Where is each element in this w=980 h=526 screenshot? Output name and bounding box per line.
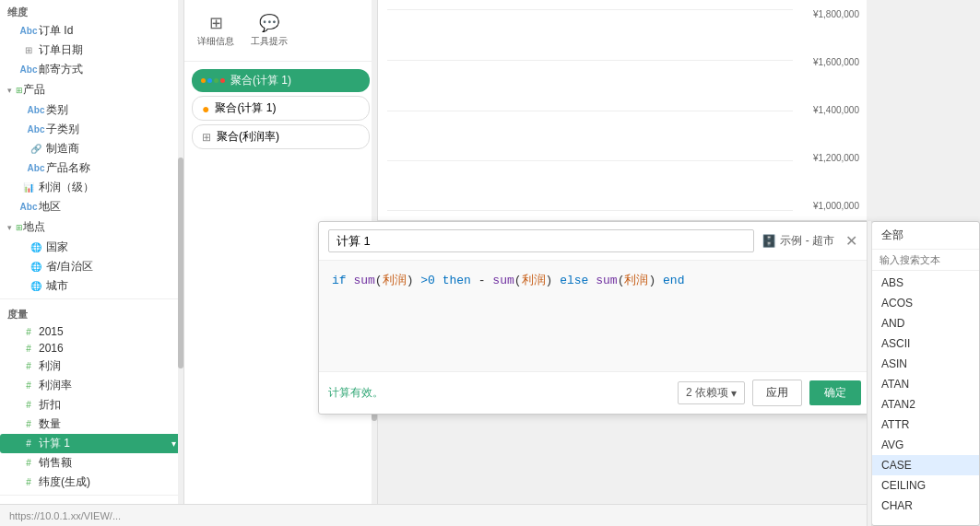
calc-formula-body[interactable]: if sum(利润) >0 then - sum(利润) else sum(利润… [319, 261, 870, 371]
calc-footer: 计算有效。 2 依赖项 ▾ 应用 确定 [319, 371, 870, 414]
sidebar-item-orderid[interactable]: Abc 订单 Id [0, 21, 183, 41]
sidebar-item-latitude[interactable]: # 纬度(生成) [0, 473, 183, 492]
func-atan[interactable]: ATAN [872, 374, 979, 394]
func-ascii[interactable]: ASCII [872, 333, 979, 354]
keyword-then: then [443, 274, 471, 287]
func-atan2[interactable]: ATAN2 [872, 394, 979, 415]
sidebar-item-city[interactable]: 🌐 城市 [0, 276, 183, 296]
pill-calc1-color[interactable]: 聚合(计算 1) [192, 69, 370, 92]
keyword-else: else [560, 274, 588, 287]
y-label-1400: ¥1,400,000 [813, 105, 859, 115]
tooltip-button[interactable]: 💬 工具提示 [247, 9, 291, 52]
dimensions-header: 维度 [0, 0, 183, 21]
func-panel: 全部 ABS ACOS AND ASCII ASIN ATAN ATAN2 AT… [871, 221, 980, 526]
item-label: 制造商 [46, 141, 79, 157]
sidebar-item-2015[interactable]: # 2015 [0, 323, 183, 340]
func-and[interactable]: AND [872, 313, 979, 333]
globe-icon: 🌐 [30, 241, 42, 254]
sidebar-item-calc1[interactable]: # 计算 1 ▾ [0, 434, 183, 453]
group-location[interactable]: ▾ ⊞ 地点 [0, 216, 183, 238]
group-label: 地点 [23, 219, 45, 235]
sidebar-item-sales[interactable]: # 销售额 [0, 453, 183, 473]
func-acos[interactable]: ACOS [872, 293, 979, 313]
sidebar-item-profit[interactable]: # 利润 [0, 357, 183, 376]
dep-button[interactable]: 2 依赖项 ▾ [678, 381, 745, 404]
func-char[interactable]: CHAR [872, 496, 979, 516]
func-sum3: sum [596, 274, 617, 287]
item-label: 2015 [39, 325, 64, 338]
sidebar-item-2016[interactable]: # 2016 [0, 340, 183, 357]
func-list: ABS ACOS AND ASCII ASIN ATAN ATAN2 ATTR … [872, 271, 979, 525]
globe-icon: 🌐 [30, 261, 42, 274]
detail-icon: ⊞ [209, 13, 223, 33]
func-avg[interactable]: AVG [872, 435, 979, 455]
sidebar-item-shipmode[interactable]: Abc 邮寄方式 [0, 60, 183, 79]
item-label: 2016 [39, 342, 64, 355]
sidebar-item-subcategory[interactable]: Abc 子类别 [0, 120, 183, 139]
hash-icon: # [22, 360, 35, 373]
sidebar-item-manufacturer[interactable]: 🔗 制造商 [0, 139, 183, 158]
func-attr[interactable]: ATTR [872, 415, 979, 435]
hash-icon: # [22, 438, 35, 450]
abc-icon: Abc [22, 201, 35, 214]
sidebar-item-region[interactable]: Abc 地区 [0, 197, 183, 216]
item-label: 利润（级） [39, 180, 94, 195]
func-ceiling[interactable]: CEILING [872, 475, 979, 496]
item-label: 折扣 [39, 397, 61, 413]
tooltip-icon: 💬 [259, 13, 279, 33]
field-profit3: 利润 [624, 274, 648, 287]
panel-divider[interactable] [867, 221, 872, 526]
keyword-end: end [663, 274, 684, 287]
abc-icon: Abc [22, 64, 35, 76]
dropdown-icon[interactable]: ▾ [171, 438, 176, 449]
paren6: ) [648, 274, 655, 287]
close-button[interactable]: ✕ [842, 232, 861, 250]
func-search-input[interactable] [872, 250, 979, 271]
pill-calc1-shape[interactable]: ● 聚合(计算 1) [192, 96, 370, 121]
func-case[interactable]: CASE [872, 455, 979, 475]
y-label-1600: ¥1,600,000 [813, 57, 859, 67]
sidebar-item-province[interactable]: 🌐 省/自治区 [0, 257, 183, 276]
pill-profitrate[interactable]: ⊞ 聚合(利润率) [192, 124, 370, 149]
group-product[interactable]: ▾ ⊞ 产品 [0, 79, 183, 100]
sidebar-item-category[interactable]: Abc 类别 [0, 100, 183, 120]
calc-title-input[interactable] [328, 229, 754, 252]
y-label-1000: ¥1,000,000 [813, 201, 859, 211]
sidebar-scrollbar[interactable] [178, 0, 183, 526]
pill-label: 聚合(计算 1) [215, 100, 276, 116]
scroll-thumb[interactable] [178, 158, 183, 368]
abc-icon: Abc [30, 162, 42, 175]
sidebar-item-productname[interactable]: Abc 产品名称 [0, 158, 183, 178]
item-label: 地区 [39, 199, 61, 215]
field-profit1: 利润 [383, 274, 407, 287]
field-profit2: 利润 [522, 274, 546, 287]
sidebar-item-country[interactable]: 🌐 国家 [0, 238, 183, 257]
chevron-down-icon: ▾ [7, 223, 12, 232]
y-label-1800: ¥1,800,000 [813, 9, 859, 19]
bar-icon: 📊 [22, 181, 35, 194]
apply-button[interactable]: 应用 [752, 380, 802, 406]
item-label: 邮寄方式 [39, 62, 83, 77]
func-asin[interactable]: ASIN [872, 354, 979, 374]
paren1: ( [375, 274, 383, 287]
bottom-bar: https://10.0.1.xx/VIEW/... [0, 504, 980, 526]
op-gt: >0 [420, 274, 435, 287]
abc-icon: Abc [22, 25, 35, 38]
sidebar: 维度 Abc 订单 Id ⊞ 订单日期 Abc 邮寄方式 ▾ ⊞ 产品 Abc … [0, 0, 184, 526]
paren3: ( [514, 274, 522, 287]
sidebar-item-profitlevel[interactable]: 📊 利润（级） [0, 178, 183, 197]
detail-button[interactable]: ⊞ 详细信息 [194, 9, 238, 52]
sidebar-item-discount[interactable]: # 折扣 [0, 395, 183, 415]
confirm-button[interactable]: 确定 [809, 380, 861, 405]
sidebar-item-profitrate[interactable]: # 利润率 [0, 376, 183, 395]
chevron-down-icon: ▾ [731, 387, 737, 400]
sidebar-item-quantity[interactable]: # 数量 [0, 415, 183, 434]
func-abs[interactable]: ABS [872, 273, 979, 293]
sidebar-item-orderdate[interactable]: ⊞ 订单日期 [0, 41, 183, 60]
tooltip-label: 工具提示 [251, 35, 288, 48]
item-label: 城市 [46, 278, 68, 294]
hash-icon: # [22, 380, 35, 392]
abc-icon: Abc [30, 104, 42, 117]
item-label: 子类别 [46, 122, 79, 137]
chevron-down-icon: ▾ [7, 86, 12, 95]
